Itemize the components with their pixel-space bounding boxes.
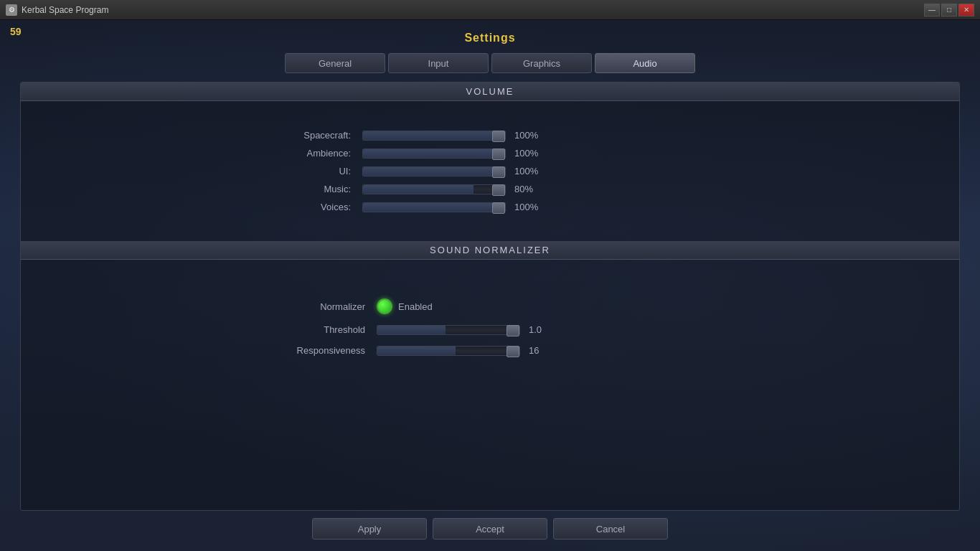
ambience-label: Ambience: (279, 148, 351, 159)
voices-thumb[interactable] (492, 202, 505, 214)
threshold-slider-row: Threshold 1.0 (21, 324, 959, 335)
ambience-slider[interactable] (362, 149, 506, 159)
responsiveness-fill (377, 347, 456, 355)
threshold-label: Threshold (279, 324, 365, 335)
tab-general[interactable]: General (285, 53, 385, 73)
app-icon: ⚙ (6, 4, 17, 16)
maximize-button[interactable]: □ (941, 4, 957, 17)
ambience-slider-row: Ambience: 100% (21, 148, 959, 159)
music-slider[interactable] (362, 184, 506, 194)
voices-slider-row: Voices: 100% (21, 202, 959, 212)
spacecraft-value: 100% (514, 130, 550, 141)
responsiveness-value: 16 (529, 345, 565, 356)
threshold-fill (377, 326, 446, 334)
normalizer-toggle-dot (377, 298, 392, 314)
ambience-value: 100% (514, 148, 550, 159)
voices-slider[interactable] (362, 202, 506, 212)
ui-slider[interactable] (362, 166, 506, 176)
volume-section-header: VOLUME (21, 83, 959, 101)
spacecraft-fill (363, 131, 499, 140)
threshold-slider[interactable] (377, 325, 520, 335)
ui-fill (363, 167, 499, 176)
responsiveness-thumb[interactable] (507, 346, 519, 357)
ambience-fill (363, 149, 499, 158)
normalizer-toggle[interactable]: Enabled (377, 298, 433, 314)
minimize-button[interactable]: — (924, 4, 940, 17)
main-content: Settings General Input Graphics Audio VO… (0, 20, 980, 551)
titlebar-title: Kerbal Space Program (22, 5, 924, 15)
responsiveness-slider[interactable] (377, 346, 520, 356)
titlebar-buttons: — □ ✕ (924, 4, 974, 17)
normalizer-label: Normalizer (279, 301, 365, 312)
normalizer-section-header: SOUND NORMALIZER (21, 241, 959, 260)
responsiveness-label: Responsiveness (279, 345, 365, 356)
threshold-thumb[interactable] (507, 325, 519, 336)
apply-button[interactable]: Apply (312, 518, 427, 540)
ui-value: 100% (514, 166, 550, 176)
tab-graphics[interactable]: Graphics (491, 53, 592, 73)
music-slider-row: Music: 80% (21, 184, 959, 194)
tab-audio[interactable]: Audio (595, 53, 695, 73)
music-fill (363, 185, 473, 194)
ui-thumb[interactable] (492, 166, 505, 178)
spacecraft-slider[interactable] (362, 131, 506, 141)
music-thumb[interactable] (492, 184, 505, 196)
titlebar: ⚙ Kerbal Space Program — □ ✕ (0, 0, 980, 20)
music-label: Music: (279, 184, 351, 194)
fps-counter: 59 (10, 26, 22, 37)
ambience-thumb[interactable] (492, 149, 505, 160)
spacecraft-thumb[interactable] (492, 131, 505, 142)
threshold-value: 1.0 (529, 324, 565, 335)
tab-bar: General Input Graphics Audio (285, 53, 695, 73)
tab-input[interactable]: Input (388, 53, 489, 73)
normalizer-section: Normalizer Enabled Threshold 1.0 (21, 260, 959, 510)
normalizer-content: Normalizer Enabled Threshold 1.0 (21, 260, 959, 395)
spacecraft-label: Spacecraft: (279, 130, 351, 141)
ui-label: UI: (279, 166, 351, 176)
ui-slider-row: UI: 100% (21, 166, 959, 176)
settings-title: Settings (464, 32, 515, 44)
music-value: 80% (514, 184, 550, 194)
voices-fill (363, 203, 499, 212)
normalizer-toggle-row: Normalizer Enabled (21, 298, 959, 314)
spacecraft-slider-row: Spacecraft: 100% (21, 130, 959, 141)
accept-button[interactable]: Accept (433, 518, 547, 540)
voices-label: Voices: (279, 202, 351, 212)
settings-panel: VOLUME Spacecraft: 100% Ambience: 100% (20, 82, 960, 511)
close-button[interactable]: ✕ (958, 4, 974, 17)
normalizer-state: Enabled (398, 301, 433, 312)
cancel-button[interactable]: Cancel (553, 518, 668, 540)
bottom-buttons: Apply Accept Cancel (312, 518, 668, 540)
volume-section: Spacecraft: 100% Ambience: 100% UI: (21, 101, 959, 241)
voices-value: 100% (514, 202, 550, 212)
responsiveness-slider-row: Responsiveness 16 (21, 345, 959, 356)
